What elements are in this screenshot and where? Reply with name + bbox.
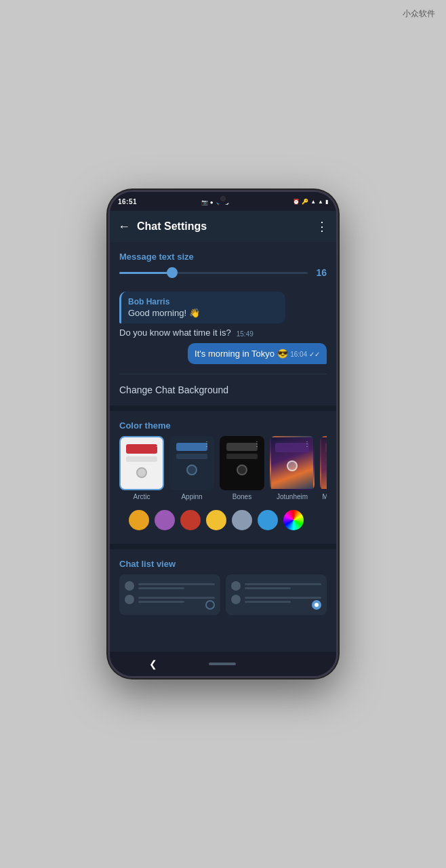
cl-line1a [138,583,215,585]
text-size-slider-track [119,272,308,274]
chat-message1: Good morning! 👋 [128,308,279,318]
cl-lines3 [245,583,321,589]
chat-time1: 15:49 [237,330,254,338]
theme-appinn[interactable]: ⋮ Appinn [169,436,214,500]
key-icon: 🔑 [302,199,308,205]
arctic-circle [136,467,147,478]
cl-row1 [125,581,215,591]
slider-fill [119,272,172,274]
cl-lines4 [245,597,321,603]
option-radio-twoline[interactable] [312,600,321,610]
theme-mountain[interactable]: ⋮ Mountain S... [320,436,327,500]
theme-arctic[interactable]: ⋮ Arctic [119,436,164,500]
appinn-label: Appinn [181,493,202,500]
jotunheim-preview: ⋮ [270,436,315,490]
bottom-nav: ❮ [110,652,336,676]
arctic-preview: ⋮ [119,436,164,490]
color-dot-gray[interactable] [232,510,252,530]
color-dot-orange[interactable] [129,510,149,530]
arctic-label: Arctic [134,493,150,500]
jotunheim-label: Jotunheim [277,493,308,500]
camera [220,196,226,201]
color-theme-section: Color theme ⋮ Arctic ⋮ [110,411,336,544]
nav-back-button[interactable]: ❮ [149,658,157,669]
cl-lines2 [138,597,215,603]
app-bar: ← Chat Settings ⋮ [110,211,336,242]
text-size-value: 16 [313,267,327,278]
mountain-label: Mountain S... [323,493,327,500]
status-time: 16:51 [118,198,137,205]
bones-preview: ⋮ [220,436,264,490]
message-text-size-label: Message text size [119,252,327,262]
cl-row3 [231,581,321,591]
chat-list-view-label: Chat list view [119,559,327,569]
color-theme-label: Color theme [119,420,327,431]
change-chat-background-row[interactable]: Change Chat Background [110,374,336,406]
color-dot-red[interactable] [180,510,201,530]
slider-thumb[interactable] [167,267,178,278]
cl-line2b [138,601,184,603]
more-options-button[interactable]: ⋮ [316,219,328,234]
bones-dots[interactable]: ⋮ [254,440,260,448]
bones-bar2 [226,454,258,459]
cl-avatar1 [125,581,134,591]
chat-reply-time: 16:04 ✓✓ [290,351,320,358]
appinn-preview: ⋮ [169,436,214,490]
chat-list-options [119,574,327,615]
chat-reply: It's morning in Tokyo 😎 [195,349,287,359]
message-text-size-section: Message text size 16 [110,242,336,285]
change-chat-background-label: Change Chat Background [119,384,228,395]
cl-avatar2 [125,595,134,604]
chat-list-option-traditional[interactable] [119,574,220,615]
chat-list-option-twoline[interactable] [226,574,327,615]
color-dot-purple[interactable] [155,510,175,530]
nav-pill[interactable] [209,663,236,665]
color-dot-rainbow[interactable] [283,510,304,530]
outgoing-row: It's morning in Tokyo 😎 16:04 ✓✓ [119,343,327,364]
cl-lines1 [138,583,215,589]
chat-preview: Bob Harris Good morning! 👋 Do you know w… [110,285,336,374]
cl-line3a [245,583,321,585]
color-dot-yellow[interactable] [206,510,226,530]
themes-scroll-row[interactable]: ⋮ Arctic ⋮ Appinn [119,436,327,503]
chat-message2: Do you know what time it is? [119,328,231,338]
back-button[interactable]: ← [118,220,130,234]
section-divider2 [110,544,336,549]
cl-line1b [138,587,184,589]
appinn-dots[interactable]: ⋮ [203,440,210,448]
signal-icon: ▲ [310,199,316,205]
jotunheim-circle [287,460,298,471]
settings-content: Message text size 16 Bob Harris Good mor… [110,242,336,652]
cl-line3b [245,587,291,589]
watermark: 小众软件 [403,8,435,20]
outgoing-bubble: It's morning in Tokyo 😎 16:04 ✓✓ [188,343,327,364]
jotunheim-dots[interactable]: ⋮ [304,440,310,448]
theme-bones[interactable]: ⋮ Bones [220,436,264,500]
arctic-dots[interactable]: ⋮ [153,440,160,448]
cl-line4a [245,597,321,599]
text-size-slider-row: 16 [119,267,327,278]
bones-label: Bones [232,493,251,500]
cl-line4b [245,601,291,603]
incoming-bubble: Bob Harris Good morning! 👋 [119,292,285,323]
alarm-icon: ⏰ [293,199,300,205]
notch [214,192,232,204]
cl-avatar3 [231,581,241,591]
appinn-circle [186,465,197,475]
arctic-bar2 [126,456,157,462]
mountain-preview: ⋮ [320,436,327,490]
section-divider1 [110,406,336,411]
cl-row2 [125,595,215,604]
cl-line2a [138,597,215,599]
status-bar: 16:51 📷 ● 🐦 ◑ ⏰ 🔑 ▲ ▲ ▮ [110,192,336,211]
cl-avatar4 [231,595,241,604]
appinn-bar2 [176,454,207,459]
theme-jotunheim[interactable]: ⋮ Jotunheim [270,436,315,500]
option-radio-traditional[interactable] [205,600,215,610]
status-right-icons: ⏰ 🔑 ▲ ▲ ▮ [293,199,328,205]
mountain-bar1 [325,443,327,452]
color-dot-blue[interactable] [258,510,278,530]
color-dots-row [119,503,327,537]
bones-circle [237,465,247,475]
phone-frame: 16:51 📷 ● 🐦 ◑ ⏰ 🔑 ▲ ▲ ▮ ← Chat Settings … [108,190,338,678]
